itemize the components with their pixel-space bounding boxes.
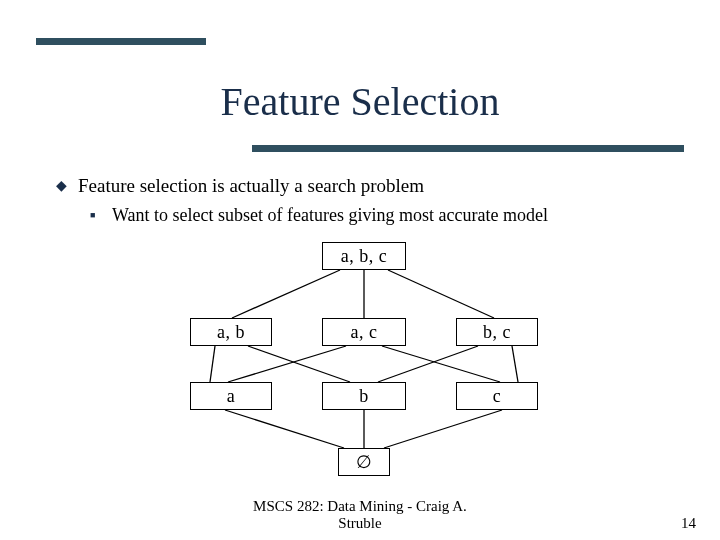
svg-line-2 bbox=[388, 270, 494, 318]
accent-bar-mid bbox=[252, 145, 684, 152]
svg-line-0 bbox=[232, 270, 340, 318]
svg-line-3 bbox=[210, 346, 215, 382]
accent-bar-top bbox=[36, 38, 206, 45]
svg-line-5 bbox=[228, 346, 346, 382]
bullet-level-2: ■ Want to select subset of features givi… bbox=[90, 205, 670, 226]
slide-title: Feature Selection bbox=[0, 78, 720, 125]
content-area: ◆ Feature selection is actually a search… bbox=[56, 175, 670, 226]
svg-line-8 bbox=[512, 346, 518, 382]
bullet-marker-square: ■ bbox=[90, 205, 112, 225]
node-b: b bbox=[322, 382, 406, 410]
svg-line-7 bbox=[378, 346, 478, 382]
svg-line-6 bbox=[382, 346, 500, 382]
svg-line-11 bbox=[384, 410, 502, 448]
page-number: 14 bbox=[681, 515, 696, 532]
node-bc: b, c bbox=[456, 318, 538, 346]
node-abc: a, b, c bbox=[322, 242, 406, 270]
node-c: c bbox=[456, 382, 538, 410]
svg-line-9 bbox=[225, 410, 344, 448]
footer-text: MSCS 282: Data Mining - Craig A. Struble bbox=[0, 498, 720, 533]
lattice-edges bbox=[0, 240, 720, 480]
bullet-1-text: Feature selection is actually a search p… bbox=[78, 175, 424, 197]
lattice-diagram: a, b, c a, b a, c b, c a b c ∅ bbox=[0, 240, 720, 480]
bullet-level-1: ◆ Feature selection is actually a search… bbox=[56, 175, 670, 197]
node-a: a bbox=[190, 382, 272, 410]
bullet-marker-diamond: ◆ bbox=[56, 175, 78, 197]
svg-line-4 bbox=[248, 346, 350, 382]
node-ab: a, b bbox=[190, 318, 272, 346]
node-empty: ∅ bbox=[338, 448, 390, 476]
bullet-2-text: Want to select subset of features giving… bbox=[112, 205, 548, 226]
node-ac: a, c bbox=[322, 318, 406, 346]
